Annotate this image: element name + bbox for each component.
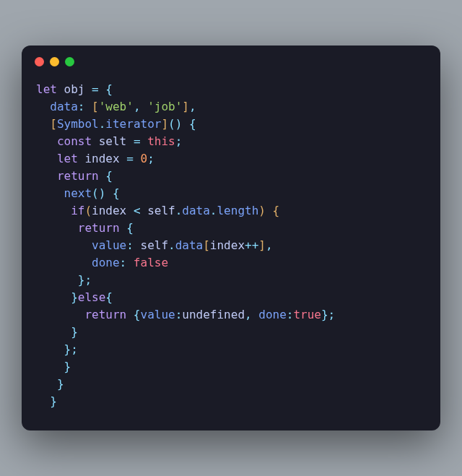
- keyword-let: let: [57, 152, 78, 165]
- comma: ,: [134, 100, 147, 113]
- brace-close: };: [78, 273, 92, 287]
- colon: :: [126, 238, 140, 252]
- bracket: [: [203, 238, 210, 252]
- brace-close: }: [50, 394, 57, 408]
- boolean-false: false: [134, 256, 168, 269]
- bracket: ]: [258, 238, 266, 252]
- undefined: undefined: [182, 308, 245, 321]
- paren-brace: () {: [92, 186, 120, 200]
- code-window: let obj = { data: ['web', 'job'], [Symbo…: [22, 46, 440, 430]
- comma: ,: [245, 308, 258, 321]
- operator: =: [134, 134, 147, 148]
- dot: .: [175, 204, 183, 217]
- brace: {: [105, 290, 113, 304]
- operator: =: [84, 82, 105, 96]
- operator-lt: <: [134, 204, 147, 217]
- identifier-self: self: [141, 238, 169, 252]
- property-data: data: [182, 204, 210, 217]
- brace: {: [120, 221, 134, 235]
- brace-close: }: [71, 325, 78, 339]
- close-icon[interactable]: [35, 57, 44, 66]
- keyword-else: else: [78, 290, 106, 304]
- property-value: value: [141, 308, 175, 321]
- keyword-let: let: [36, 82, 57, 96]
- brace-close: }: [57, 377, 64, 391]
- keyword-this: this: [147, 134, 175, 148]
- keyword-return: return: [84, 308, 126, 321]
- semicolon: ;: [175, 134, 183, 148]
- property-iterator: iterator: [105, 117, 161, 131]
- semicolon: ;: [147, 152, 154, 165]
- brace: {: [126, 308, 140, 321]
- identifier-self: self: [147, 204, 175, 217]
- bracket: ]: [182, 100, 189, 113]
- paren-brace: () {: [168, 117, 196, 131]
- identifier-index: index: [92, 204, 134, 217]
- keyword-return: return: [57, 169, 99, 183]
- brace-close: }: [71, 290, 78, 304]
- property-length: length: [217, 204, 258, 217]
- bracket: [: [50, 117, 57, 131]
- property-data: data: [50, 100, 78, 113]
- identifier-selt: selt: [92, 134, 134, 148]
- colon: :: [120, 256, 134, 269]
- code-block: let obj = { data: ['web', 'job'], [Symbo…: [22, 72, 440, 430]
- identifier-index: index: [210, 238, 245, 252]
- keyword-if: if: [71, 204, 84, 217]
- keyword-return: return: [78, 221, 120, 235]
- colon: :: [78, 100, 92, 113]
- identifier-index: index: [78, 152, 126, 165]
- method-next: next: [64, 186, 92, 200]
- brace-close: };: [321, 308, 335, 321]
- paren: (: [84, 204, 92, 217]
- bracket: ]: [161, 117, 168, 131]
- string-web: 'web': [99, 100, 134, 113]
- symbol: Symbol: [57, 117, 99, 131]
- window-titlebar: [22, 46, 440, 72]
- minimize-icon[interactable]: [50, 57, 59, 66]
- property-value: value: [92, 238, 126, 252]
- boolean-true: true: [293, 308, 321, 321]
- keyword-const: const: [57, 134, 92, 148]
- brace: {: [99, 169, 113, 183]
- brace-close: }: [64, 360, 71, 373]
- operator: =: [126, 152, 140, 165]
- paren: ) {: [258, 204, 279, 217]
- number-zero: 0: [141, 152, 148, 165]
- identifier-obj: obj: [64, 82, 85, 96]
- comma: ,: [189, 100, 196, 113]
- maximize-icon[interactable]: [65, 57, 74, 66]
- colon: :: [175, 308, 183, 321]
- string-job: 'job': [147, 100, 182, 113]
- property-done: done: [92, 256, 120, 269]
- operator-increment: ++: [245, 238, 258, 252]
- colon: :: [287, 308, 294, 321]
- dot: .: [99, 117, 106, 131]
- property-data: data: [175, 238, 204, 252]
- brace: {: [105, 82, 113, 96]
- comma: ,: [266, 238, 273, 252]
- dot: .: [168, 238, 175, 252]
- brace-close: };: [64, 342, 78, 356]
- property-done: done: [258, 308, 287, 321]
- bracket: [: [92, 100, 99, 113]
